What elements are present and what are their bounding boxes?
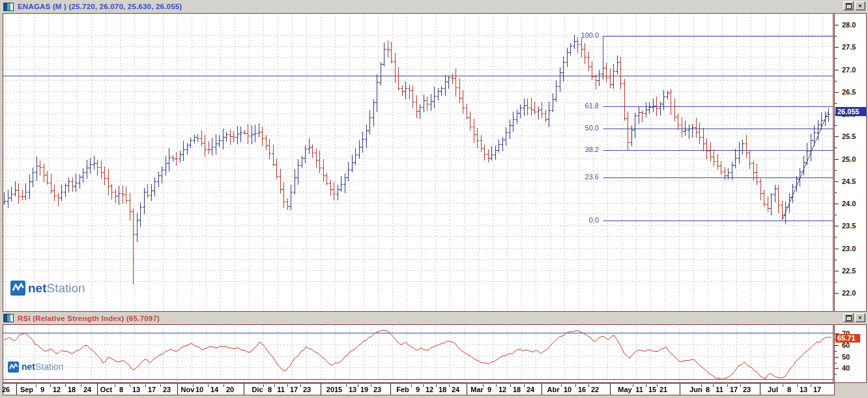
price-axis-minor-tick: [835, 147, 837, 148]
main-titlebar[interactable]: ENAGAS (M ) (25.720, 26.070, 25.630, 26.…: [0, 0, 868, 13]
price-axis-label: 24.0: [842, 200, 856, 207]
price-axis-label: 28.0: [842, 21, 856, 29]
date-day-label: 23: [163, 386, 171, 393]
date-day-label: 8: [268, 386, 272, 393]
price-axis-minor-tick: [835, 192, 837, 193]
date-day-label: 18: [68, 386, 76, 393]
rsi-axis-minor-tick: [835, 374, 837, 375]
price-axis-label: 27.0: [842, 66, 856, 74]
price-axis-label: 25.0: [842, 155, 856, 163]
price-axis-label: 26.5: [842, 88, 856, 96]
watermark-light: Station: [47, 281, 85, 295]
date-tick: [208, 384, 209, 387]
date-tick: [145, 384, 146, 387]
rsi-chart-area: netStation: [3, 324, 833, 383]
watermark-bold: net: [28, 281, 47, 295]
price-axis-minor-tick: [835, 282, 837, 283]
rsi-axis-label: 40: [842, 364, 850, 372]
date-tick: [575, 384, 576, 387]
price-axis-minor-tick: [835, 170, 837, 171]
month-separator: [244, 384, 244, 395]
date-tick: [50, 384, 51, 387]
month-separator: [390, 384, 391, 395]
fib-label-61.8: 61.8: [568, 102, 599, 110]
price-chart-canvas[interactable]: [3, 13, 833, 312]
price-axis-tick: [835, 226, 839, 226]
date-day-label: 24: [527, 386, 534, 393]
main-window-controls: ×: [843, 1, 865, 10]
date-tick: [561, 384, 562, 387]
date-tick: [483, 384, 484, 387]
date-day-label: 24: [452, 386, 459, 393]
date-tick: [740, 384, 741, 387]
maximize-icon: [846, 3, 852, 9]
date-tick: [657, 384, 658, 387]
maximize-button[interactable]: [843, 1, 854, 10]
date-day-label: 10: [195, 386, 203, 393]
date-tick: [358, 384, 358, 387]
last-price-label: 26.055: [835, 107, 867, 116]
date-tick: [274, 384, 275, 387]
price-axis-label: 24.5: [842, 177, 856, 185]
wave-icon: [8, 361, 19, 373]
month-separator: [321, 384, 321, 395]
maximize-icon: [846, 315, 852, 321]
price-axis-tick: [835, 25, 839, 25]
rsi-axis-tick: [835, 357, 839, 358]
close-button[interactable]: ×: [855, 1, 865, 10]
rsi-axis: 65.71 70605040: [834, 324, 867, 383]
main-title: ENAGAS (M ) (25.720, 26.070, 25.630, 26.…: [18, 3, 182, 10]
close-icon: ×: [858, 3, 861, 9]
price-axis-minor-tick: [835, 125, 837, 126]
date-month-label: Abr: [547, 386, 560, 393]
rsi-value-label: 65.71: [835, 334, 860, 343]
date-day-label: 9: [40, 386, 44, 393]
price-axis-tick: [835, 249, 839, 249]
date-tick: [160, 384, 161, 387]
rsi-maximize-button[interactable]: [843, 313, 854, 322]
date-tick: [65, 384, 66, 387]
date-day-label: 14: [210, 386, 218, 393]
price-axis-minor-tick: [835, 215, 837, 215]
rsi-axis-minor-tick: [835, 351, 837, 352]
date-day-label: 10: [564, 386, 571, 393]
date-day-label: 17: [730, 386, 738, 393]
date-day-label: 23: [743, 386, 751, 393]
wave-icon: [10, 281, 25, 296]
date-day-label: 22: [591, 386, 599, 393]
date-tick: [524, 384, 525, 387]
netstation-watermark: netStation: [10, 281, 85, 296]
price-axis-label: 23.5: [842, 222, 856, 230]
indicator-icon: [3, 314, 14, 322]
month-separator: [177, 384, 178, 395]
date-day-label: 12: [53, 386, 61, 393]
rsi-canvas[interactable]: [3, 324, 833, 383]
rsi-titlebar[interactable]: RSI (Relative Strength Index) (65.7097): [0, 312, 868, 324]
date-day-label: 15: [648, 386, 656, 393]
watermark-bold: net: [22, 361, 35, 372]
date-tick: [287, 384, 288, 387]
price-axis-minor-tick: [835, 237, 837, 237]
date-tick: [193, 384, 194, 387]
price-axis-tick: [835, 47, 839, 48]
date-day-label: 13: [800, 386, 807, 393]
date-tick: [510, 384, 511, 387]
date-day-label: 13: [349, 386, 356, 393]
price-axis-label: 27.5: [842, 43, 856, 51]
rsi-close-button[interactable]: ×: [855, 313, 865, 322]
price-axis-tick: [835, 159, 839, 160]
rsi-axis-tick: [835, 368, 839, 369]
date-tick: [797, 384, 798, 387]
fib-label-38.2: 38.2: [568, 145, 599, 153]
date-tick: [346, 384, 347, 387]
date-tick: [588, 384, 589, 387]
date-day-label: 8: [119, 386, 123, 393]
date-day-label: 21: [659, 386, 667, 393]
date-tick: [496, 384, 497, 387]
price-axis-minor-tick: [835, 260, 837, 260]
date-tick: [81, 384, 81, 387]
date-tick: [300, 384, 301, 387]
date-day-label: 23: [303, 386, 311, 393]
month-separator: [542, 384, 542, 395]
rsi-title: RSI (Relative Strength Index) (65.7097): [18, 314, 160, 322]
